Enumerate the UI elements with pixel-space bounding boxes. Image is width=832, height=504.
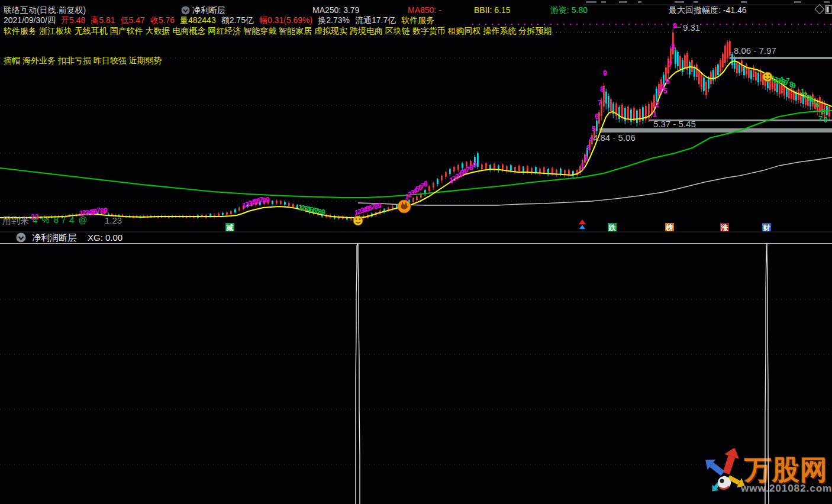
- svg-text:3: 3: [586, 144, 591, 152]
- stat-MA850: MA850: -: [408, 5, 441, 15]
- panel-indicator-name[interactable]: 净利润断层: [32, 232, 76, 244]
- panel-chevron-circle-icon[interactable]: [16, 232, 26, 244]
- up-arrows-marker: [579, 219, 586, 229]
- quote-field: 2021/09/30/四: [4, 15, 56, 25]
- svg-text:减: 减: [226, 224, 234, 232]
- svg-text:用到来: 用到来: [2, 215, 29, 225]
- svg-text:8: 8: [424, 180, 428, 188]
- quote-field: 低5.47: [120, 15, 144, 25]
- svg-text:涨: 涨: [721, 224, 729, 232]
- event-badge-榜[interactable]: 榜: [665, 223, 674, 232]
- svg-text:6: 6: [666, 77, 670, 86]
- svg-text:9: 9: [266, 196, 270, 204]
- svg-text:9: 9: [104, 206, 108, 215]
- svg-text:2: 2: [655, 101, 659, 109]
- stock-title: 联络互动(日线.前复权): [4, 5, 86, 15]
- grid-lines: [0, 24, 832, 464]
- svg-text:1: 1: [653, 110, 657, 118]
- event-badge-减[interactable]: 减: [225, 223, 234, 232]
- quote-field: 软件服务: [401, 15, 434, 25]
- svg-text:9: 9: [473, 161, 477, 169]
- svg-text:9: 9: [824, 116, 828, 124]
- svg-text:9: 9: [603, 69, 607, 77]
- app-window: 万股网 www.201082.com 9.318.06 - 7.975.37 -…: [0, 0, 832, 504]
- sub-indicator-header: 净利润断层 XG: 0.00: [0, 232, 832, 243]
- concept-tags[interactable]: 软件服务 浙江板块 无线耳机 国产软件 大数据 电商概念 网红经济 智能穿戴 智…: [4, 26, 552, 35]
- quote-field: 高5.81: [91, 15, 115, 25]
- event-badge-涨[interactable]: 涨: [720, 223, 729, 232]
- signal-spike: [356, 244, 360, 504]
- quote-field: 换2.73%: [318, 15, 350, 25]
- event-badge-跌[interactable]: 跌: [608, 223, 617, 232]
- status-tags[interactable]: 摘帽 海外业务 扣非亏损 昨日较强 近期弱势: [4, 56, 162, 65]
- svg-text:4.84 - 5.06: 4.84 - 5.06: [593, 133, 636, 143]
- stat-MA250: MA250: 3.79: [312, 5, 359, 15]
- td-sequence-magenta: 123456789: [79, 206, 108, 218]
- event-badge-财[interactable]: 财: [762, 223, 771, 232]
- svg-text:跌: 跌: [608, 224, 617, 232]
- title-bar: 联络互动(日线.前复权) 净利断层 MA250: 3.79MA850: -BBI…: [4, 5, 86, 15]
- stat-最大回撤幅度: 最大回撤幅度: -41.46: [669, 5, 746, 15]
- svg-text:9: 9: [321, 208, 325, 217]
- svg-text:8: 8: [821, 108, 825, 116]
- svg-text:7: 7: [818, 115, 823, 123]
- svg-text:1.23: 1.23: [105, 215, 122, 225]
- signal-spike: [765, 244, 769, 504]
- svg-text:1: 1: [581, 162, 585, 170]
- panel-indicator-value: XG: 0.00: [88, 232, 122, 243]
- quote-field: 量482443: [180, 15, 216, 25]
- svg-text:2: 2: [584, 154, 588, 162]
- svg-text:9: 9: [792, 82, 796, 90]
- quote-field: 收5.76: [150, 15, 175, 25]
- smiley-marker: [353, 216, 363, 225]
- svg-text:财: 财: [763, 224, 770, 232]
- svg-text:9: 9: [378, 202, 382, 210]
- quote-field: 开5.48: [61, 15, 85, 25]
- svg-text:榜: 榜: [666, 224, 673, 232]
- svg-text:5.37 - 5.45: 5.37 - 5.45: [653, 119, 696, 129]
- td-sequence-magenta: 123456789: [581, 69, 607, 170]
- chevron-circle-icon[interactable]: [181, 6, 190, 15]
- svg-text:5: 5: [663, 87, 667, 95]
- svg-text:4: 4: [589, 135, 593, 144]
- ma-slow-line: [0, 111, 832, 198]
- quote-field: 额2.75亿: [221, 15, 254, 25]
- svg-text:5: 5: [592, 125, 596, 133]
- quote-bar: 2021/09/30/四开5.48高5.81低5.47收5.76量482443额…: [4, 15, 440, 25]
- ma-long-line: [358, 157, 832, 205]
- alert-marker: [398, 200, 411, 213]
- svg-text:6: 6: [595, 112, 599, 121]
- header-zone: 联络互动(日线.前复权) 净利断层 MA250: 3.79MA850: -BBI…: [0, 0, 832, 65]
- stat-BBII: BBII: 6.15: [474, 5, 510, 15]
- quote-field: 幅0.31(5.69%): [259, 15, 312, 25]
- stat-游资: 游资: 5.80: [550, 5, 588, 15]
- svg-text:7: 7: [598, 99, 602, 107]
- svg-text:8: 8: [600, 85, 604, 93]
- smiley-marker: [763, 72, 772, 82]
- chart-canvas[interactable]: 9.318.06 - 7.975.37 - 5.454.84 - 5.06用到来…: [0, 0, 832, 504]
- td-sequence-green: 123456789: [298, 203, 325, 217]
- indicator-name[interactable]: 净利断层: [192, 5, 225, 15]
- indicator-dropdown[interactable]: 净利断层: [181, 5, 225, 15]
- svg-text:6: 6: [815, 101, 820, 109]
- quote-field: 流通17.7亿: [355, 15, 396, 25]
